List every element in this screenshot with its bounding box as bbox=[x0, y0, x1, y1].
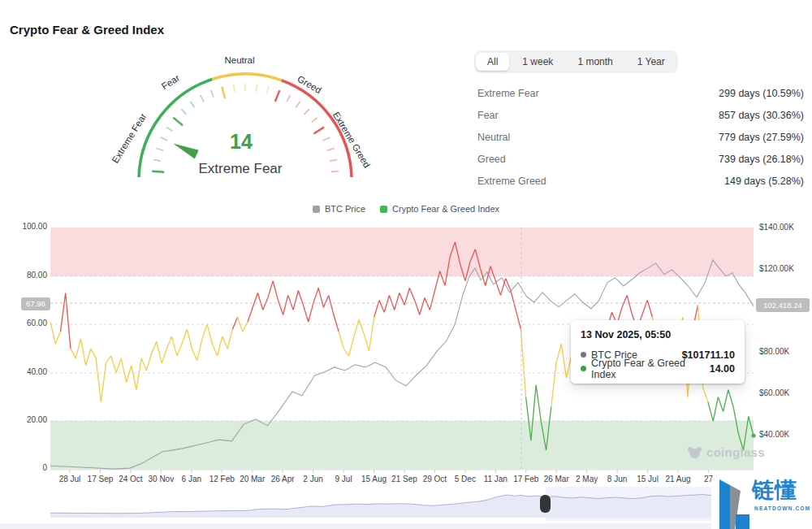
gauge-zone-label-neutral: Neutral bbox=[224, 55, 254, 65]
x-axis-tick-label: 8 Jun bbox=[607, 475, 627, 483]
watermark-text: coinglass bbox=[706, 445, 765, 459]
x-axis-tick-label: 20 Mar bbox=[240, 475, 265, 483]
gauge-value: 14 bbox=[192, 130, 290, 154]
greed-red-band bbox=[50, 228, 754, 276]
right-axis-tick-label: $80.00K bbox=[759, 347, 789, 356]
left-axis-tick-label: 0 bbox=[16, 463, 47, 472]
x-axis-tick-label: 29 Oct bbox=[423, 475, 447, 483]
logo-mark-icon bbox=[711, 478, 752, 529]
tooltip-rows: BTC Price$101711.10Crypto Fear & Greed I… bbox=[581, 348, 735, 375]
logo-text: 链懂 bbox=[752, 475, 797, 505]
left-axis-tick-label: 100.00 bbox=[16, 222, 47, 231]
tooltip-row: Crypto Fear & Greed Index14.00 bbox=[581, 362, 735, 375]
gauge-status-label: Extreme Fear bbox=[151, 161, 330, 177]
right-axis-tick-label: $140.00K bbox=[759, 223, 794, 232]
tab-all[interactable]: All bbox=[476, 53, 509, 71]
stat-label: Neutral bbox=[477, 132, 510, 143]
stat-value: 779 days (27.59%) bbox=[719, 132, 804, 143]
x-axis-labels: 28 Jul17 Sep24 Oct30 Nov6 Jan12 Feb20 Ma… bbox=[0, 475, 812, 486]
stat-value: 857 days (30.36%) bbox=[719, 110, 804, 121]
x-axis-tick-label: 2 Jun bbox=[303, 475, 322, 483]
x-axis-tick-label: 26 Apr bbox=[271, 475, 295, 483]
navigator-handle[interactable] bbox=[540, 495, 551, 513]
legend-swatch bbox=[313, 206, 320, 213]
x-axis-tick-label: 2 May bbox=[576, 475, 598, 483]
left-axis-tick-label: 40.00 bbox=[16, 367, 47, 376]
tooltip-date: 13 Nov 2025, 05:50 bbox=[581, 329, 735, 340]
x-axis-tick-label: 21 Sep bbox=[391, 475, 417, 483]
stat-label: Extreme Fear bbox=[477, 88, 539, 99]
coinglass-bear-icon bbox=[687, 446, 702, 459]
x-axis-tick-label: 24 Oct bbox=[119, 475, 142, 483]
stat-row: Greed739 days (26.18%) bbox=[477, 148, 804, 170]
left-axis-crosshair-badge: 67.98 bbox=[21, 297, 50, 310]
stat-value: 149 days (5.28%) bbox=[724, 176, 804, 187]
logo-subtext: NEATDOWN.COM bbox=[754, 505, 810, 511]
x-axis-tick-label: 15 Jul bbox=[637, 475, 659, 483]
legend-label: Crypto Fear & Greed Index bbox=[392, 204, 499, 214]
stat-label: Extreme Greed bbox=[477, 176, 546, 187]
stat-value: 739 days (26.18%) bbox=[719, 154, 804, 165]
scrollbar-track[interactable] bbox=[0, 523, 812, 529]
stat-row: Extreme Greed149 days (5.28%) bbox=[477, 170, 804, 192]
left-axis-tick-label: 20.00 bbox=[16, 415, 47, 424]
fear-green-band bbox=[50, 421, 754, 470]
right-axis-tick-label: $120.00K bbox=[759, 264, 794, 273]
legend-item-crypto-fear-greed-index[interactable]: Crypto Fear & Greed Index bbox=[380, 204, 499, 214]
page-title: Crypto Fear & Greed Index bbox=[10, 23, 164, 37]
stats-panel: Extreme Fear299 days (10.59%)Fear857 day… bbox=[477, 82, 804, 192]
left-axis-tick-label: 60.00 bbox=[16, 319, 47, 327]
stat-label: Greed bbox=[477, 154, 506, 165]
stat-row: Extreme Fear299 days (10.59%) bbox=[477, 82, 804, 104]
x-axis-tick-label: 11 Jan bbox=[484, 475, 508, 483]
watermark: coinglass bbox=[687, 445, 765, 459]
tooltip: 13 Nov 2025, 05:50 BTC Price$101711.10Cr… bbox=[571, 320, 745, 384]
x-axis-tick-label: 26 Mar bbox=[544, 475, 569, 483]
left-axis-tick-label: 80.00 bbox=[16, 271, 47, 280]
x-axis-tick-label: 6 Jan bbox=[182, 475, 201, 483]
legend-item-btc-price[interactable]: BTC Price bbox=[313, 204, 365, 214]
chart-legend: BTC PriceCrypto Fear & Greed Index bbox=[0, 204, 812, 214]
x-axis-tick-label: 15 Aug bbox=[361, 475, 387, 483]
range-tabs: All1 week1 month1 Year bbox=[474, 50, 678, 73]
x-axis-tick-label: 12 Feb bbox=[209, 475, 235, 483]
x-axis-tick-label: 28 Jul bbox=[59, 475, 81, 483]
tab-1-year[interactable]: 1 Year bbox=[626, 53, 676, 71]
tooltip-series-label: Crypto Fear & Greed Index bbox=[591, 358, 710, 380]
x-axis-tick-label: 30 Nov bbox=[149, 475, 175, 483]
stat-row: Fear857 days (30.36%) bbox=[477, 104, 804, 126]
x-axis-tick-label: 17 Sep bbox=[88, 475, 114, 483]
tab-1-week[interactable]: 1 week bbox=[511, 53, 564, 71]
navigator[interactable] bbox=[0, 486, 812, 523]
site-logo: 链懂 NEATDOWN.COM bbox=[711, 478, 812, 529]
series-dot-icon bbox=[581, 366, 586, 371]
x-axis-tick-label: 5 Dec bbox=[455, 475, 476, 483]
stat-value: 299 days (10.59%) bbox=[719, 88, 804, 99]
x-axis-tick-label: 21 Aug bbox=[665, 475, 690, 483]
right-axis-tick-label: $40.00K bbox=[759, 430, 789, 439]
legend-label: BTC Price bbox=[325, 204, 365, 214]
right-axis-tick-label: $60.00K bbox=[759, 388, 789, 397]
tooltip-series-value: 14.00 bbox=[710, 363, 735, 375]
latest-point-marker bbox=[751, 433, 755, 437]
legend-swatch bbox=[380, 206, 387, 213]
x-axis-ticks bbox=[70, 470, 708, 473]
right-axis-crosshair-badge: 102,418.24 bbox=[756, 298, 810, 312]
x-axis-tick-label: 9 Jul bbox=[335, 475, 352, 483]
stat-row: Neutral779 days (27.59%) bbox=[477, 126, 804, 148]
crypto-fear-greed-page: Crypto Fear & Greed Index Extreme Fear F… bbox=[0, 0, 812, 529]
gauge-arc-neutral-segment bbox=[213, 74, 282, 80]
stat-label: Fear bbox=[477, 110, 499, 121]
tab-1-month[interactable]: 1 month bbox=[566, 53, 624, 71]
x-axis-tick-label: 17 Feb bbox=[513, 475, 538, 483]
series-dot-icon bbox=[581, 352, 586, 358]
